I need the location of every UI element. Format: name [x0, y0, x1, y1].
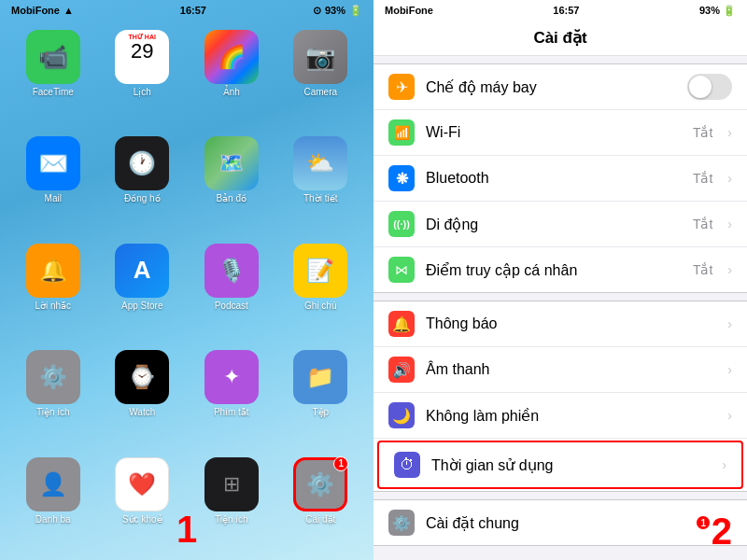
- cellular-value: Tắt: [693, 217, 712, 231]
- general-label: Cài đặt chung: [426, 514, 684, 532]
- settings-row-bluetooth[interactable]: ❋ Bluetooth Tắt ›: [374, 156, 747, 202]
- app-danba[interactable]: 👤 Danh ba: [15, 457, 92, 551]
- dnd-label: Không làm phiền: [426, 407, 716, 425]
- sounds-label: Âm thanh: [426, 361, 716, 378]
- settings-group-1: ✈ Chế độ máy bay 📶 Wi-Fi Tắt › ❋ Bluetoo…: [374, 63, 747, 293]
- airplane-icon: ✈: [388, 74, 415, 100]
- right-battery: 93% 🔋: [699, 5, 736, 17]
- screentime-icon: ⏱: [394, 452, 420, 478]
- dnd-icon: 🌙: [388, 402, 415, 428]
- wifi-icon: 📶: [388, 119, 415, 146]
- general-icon: ⚙️: [388, 510, 415, 536]
- app-tep[interactable]: 📁 Tệp: [283, 350, 359, 443]
- app-bandо[interactable]: 🗺️ Bản đồ: [193, 136, 270, 230]
- settings-row-notifications[interactable]: 🔔 Thông báo ›: [374, 301, 747, 347]
- app-thoitiet[interactable]: ⛅ Thời tiết: [283, 136, 359, 230]
- left-time: 16:57: [180, 5, 206, 16]
- settings-scroll[interactable]: ✈ Chế độ máy bay 📶 Wi-Fi Tắt › ❋ Bluetoo…: [374, 56, 747, 560]
- wifi-chevron: ›: [727, 125, 732, 140]
- bluetooth-chevron: ›: [727, 171, 732, 186]
- left-battery: 93%: [325, 5, 345, 16]
- settings-row-general[interactable]: ⚙️ Cài đặt chung 1 ›: [374, 500, 747, 545]
- app-watch[interactable]: ⌚ Watch: [105, 350, 181, 443]
- right-time: 16:57: [553, 5, 579, 16]
- app-lich[interactable]: THỨ HAI 29 Lịch: [105, 30, 181, 123]
- dnd-chevron: ›: [727, 408, 732, 423]
- app-camera[interactable]: 📷 Camera: [283, 30, 359, 123]
- airplane-label: Chế độ máy bay: [426, 78, 676, 96]
- cellular-chevron: ›: [727, 217, 732, 231]
- left-status-bar: MobiFone ▲ 16:57 ⊙ 93% 🔋: [0, 0, 374, 21]
- settings-row-wifi[interactable]: 📶 Wi-Fi Tắt ›: [374, 110, 747, 156]
- right-carrier: MobiFone: [385, 5, 433, 16]
- caidat-badge: 1: [333, 456, 348, 471]
- settings-row-hotspot[interactable]: ⋈ Điểm truy cập cá nhân Tắt ›: [374, 247, 747, 292]
- left-panel: MobiFone ▲ 16:57 ⊙ 93% 🔋 📹 FaceTime THỨ …: [0, 0, 374, 560]
- app-tienich[interactable]: ⚙️ Tiện ích: [15, 350, 92, 443]
- screentime-label: Thời gian sử dụng: [431, 456, 711, 474]
- settings-group-3: ⚙️ Cài đặt chung 1 ›: [374, 499, 747, 546]
- settings-row-sounds[interactable]: 🔊 Âm thanh ›: [374, 347, 747, 393]
- screentime-chevron: ›: [722, 457, 726, 472]
- app-anh[interactable]: 🌈 Ảnh: [193, 30, 270, 123]
- wifi-label: Wi-Fi: [426, 124, 682, 141]
- app-loinhac[interactable]: 🔔 Lời nhắc: [15, 244, 92, 337]
- cellular-icon: ((·)): [388, 211, 415, 237]
- notifications-label: Thông báo: [426, 315, 716, 332]
- app-facetime[interactable]: 📹 FaceTime: [15, 30, 92, 123]
- right-status-bar: MobiFone 16:57 93% 🔋: [374, 0, 747, 21]
- notifications-chevron: ›: [727, 316, 732, 331]
- app-podcast[interactable]: 🎙️ Podcast: [193, 244, 270, 337]
- bluetooth-icon: ❋: [388, 165, 415, 191]
- cellular-label: Di động: [426, 216, 682, 233]
- settings-row-cellular[interactable]: ((·)) Di động Tắt ›: [374, 202, 747, 247]
- bluetooth-label: Bluetooth: [426, 170, 682, 187]
- app-donghо[interactable]: 🕐 Đồng hồ: [105, 136, 181, 230]
- sounds-chevron: ›: [727, 362, 732, 377]
- app-suckhoe[interactable]: ❤️ Sức khoẻ: [105, 457, 181, 551]
- settings-title: Cài đặt: [374, 21, 747, 56]
- hotspot-chevron: ›: [727, 262, 732, 277]
- airplane-toggle[interactable]: [687, 74, 732, 100]
- left-carrier: MobiFone ▲: [11, 5, 74, 16]
- settings-row-dnd[interactable]: 🌙 Không làm phiền ›: [374, 393, 747, 439]
- app-mail[interactable]: ✉️ Mail: [15, 136, 92, 230]
- step-2-number: 2: [712, 511, 732, 553]
- settings-group-2: 🔔 Thông báo › 🔊 Âm thanh › 🌙 Không làm p…: [374, 301, 747, 492]
- notifications-icon: 🔔: [388, 311, 415, 337]
- sounds-icon: 🔊: [388, 357, 415, 383]
- bluetooth-value: Tắt: [693, 171, 712, 186]
- app-appstore[interactable]: A App Store: [105, 244, 181, 337]
- hotspot-icon: ⋈: [388, 257, 415, 283]
- app-tienich2[interactable]: ⊞ Tiện ích: [193, 457, 270, 551]
- wifi-value: Tắt: [693, 125, 712, 140]
- right-panel: MobiFone 16:57 93% 🔋 Cài đặt ✈ Chế độ má…: [374, 0, 747, 560]
- settings-row-airplane[interactable]: ✈ Chế độ máy bay: [374, 64, 747, 110]
- hotspot-label: Điểm truy cập cá nhân: [426, 261, 682, 279]
- app-ghichu[interactable]: 📝 Ghi chú: [283, 244, 359, 337]
- home-grid: 📹 FaceTime THỨ HAI 29 Lịch 🌈 Ảnh 📷 Camer…: [0, 21, 374, 560]
- settings-row-screentime[interactable]: ⏱ Thời gian sử dụng ›: [377, 441, 743, 489]
- app-caidat[interactable]: ⚙️ 1 Cài đặt: [283, 457, 359, 551]
- hotspot-value: Tắt: [693, 262, 712, 277]
- app-phimtat[interactable]: ✦ Phím tắt: [193, 350, 270, 443]
- general-badge: 1: [696, 515, 711, 530]
